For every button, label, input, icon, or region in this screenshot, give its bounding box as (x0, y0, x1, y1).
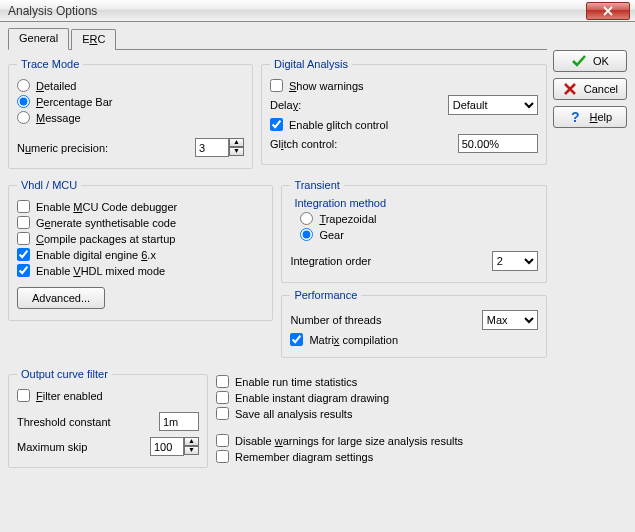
label-maxskip: Maximum skip (17, 441, 87, 453)
legend-trace: Trace Mode (17, 58, 83, 70)
cb-digital6[interactable]: Enable digital engine 6.x (17, 248, 156, 261)
legend-perf: Performance (290, 289, 361, 301)
select-order[interactable]: 2 (492, 251, 538, 271)
help-button[interactable]: ? Help (553, 106, 627, 128)
legend-digital: Digital Analysis (270, 58, 352, 70)
input-precision[interactable] (195, 138, 229, 157)
tab-erc[interactable]: ERC (71, 29, 116, 50)
label-threshold: Threshold constant (17, 416, 111, 428)
cb-matrix[interactable]: Matrix compilation (290, 333, 398, 346)
radio-trap[interactable]: Trapezoidal (300, 212, 376, 225)
tabbar: General ERC (8, 28, 547, 50)
tab-general[interactable]: General (8, 28, 69, 50)
cb-filter[interactable]: Filter enabled (17, 389, 103, 402)
cb-vhdl-mixed[interactable]: Enable VHDL mixed mode (17, 264, 165, 277)
x-icon (562, 81, 578, 97)
cb-saveall[interactable]: Save all analysis results (216, 407, 352, 420)
legend-transient: Transient (290, 179, 343, 191)
group-digital: Digital Analysis Show warnings Delay: De… (261, 58, 547, 165)
spin-down-icon[interactable]: ▼ (229, 147, 244, 156)
question-icon: ? (568, 109, 584, 125)
titlebar: Analysis Options (0, 0, 635, 22)
cb-glitch-enable[interactable]: Enable glitch control (270, 118, 388, 131)
input-maxskip[interactable] (150, 437, 184, 456)
label-delay: Delay: (270, 99, 301, 111)
cb-generate[interactable]: Generate synthetisable code (17, 216, 176, 229)
radio-gear[interactable]: Gear (300, 228, 343, 241)
radio-detailed[interactable]: Detailed (17, 79, 76, 92)
legend-output: Output curve filter (17, 368, 112, 380)
ok-button[interactable]: OK (553, 50, 627, 72)
cb-disable-warn[interactable]: Disable warnings for large size analysis… (216, 434, 463, 447)
spin-precision[interactable]: ▲▼ (195, 138, 244, 157)
label-precision: Numeric precision: (17, 142, 108, 154)
window-title: Analysis Options (8, 4, 586, 18)
label-integ-method: Integration method (294, 197, 537, 209)
close-button[interactable] (586, 2, 630, 20)
cancel-button[interactable]: Cancel (553, 78, 627, 100)
input-glitch[interactable] (458, 134, 538, 153)
spin-up-icon[interactable]: ▲ (184, 437, 199, 446)
input-threshold[interactable] (159, 412, 199, 431)
select-threads[interactable]: Max (482, 310, 538, 330)
cb-instant[interactable]: Enable instant diagram drawing (216, 391, 389, 404)
close-icon (600, 3, 616, 19)
legend-vhdl: Vhdl / MCU (17, 179, 81, 191)
cb-remember[interactable]: Remember diagram settings (216, 450, 373, 463)
spin-maxskip[interactable]: ▲▼ (150, 437, 199, 456)
radio-percentage[interactable]: Percentage Bar (17, 95, 112, 108)
group-output-filter: Output curve filter Filter enabled Thres… (8, 368, 208, 468)
svg-text:?: ? (571, 109, 580, 125)
group-performance: Performance Number of threads Max Matrix… (281, 289, 546, 358)
label-order: Integration order (290, 255, 371, 267)
check-icon (571, 53, 587, 69)
select-delay[interactable]: Default (448, 95, 538, 115)
cb-runtime[interactable]: Enable run time statistics (216, 375, 357, 388)
cb-show-warnings[interactable]: Show warnings (270, 79, 364, 92)
spin-down-icon[interactable]: ▼ (184, 446, 199, 455)
group-trace-mode: Trace Mode Detailed Percentage Bar Messa… (8, 58, 253, 169)
group-transient: Transient Integration method Trapezoidal… (281, 179, 546, 283)
label-glitch: Glitch control: (270, 138, 337, 150)
btn-advanced[interactable]: Advanced... (17, 287, 105, 309)
cb-compile[interactable]: Compile packages at startup (17, 232, 175, 245)
radio-message[interactable]: Message (17, 111, 81, 124)
label-threads: Number of threads (290, 314, 381, 326)
group-vhdl: Vhdl / MCU Enable MCU Code debugger Gene… (8, 179, 273, 321)
cb-mcu[interactable]: Enable MCU Code debugger (17, 200, 177, 213)
spin-up-icon[interactable]: ▲ (229, 138, 244, 147)
